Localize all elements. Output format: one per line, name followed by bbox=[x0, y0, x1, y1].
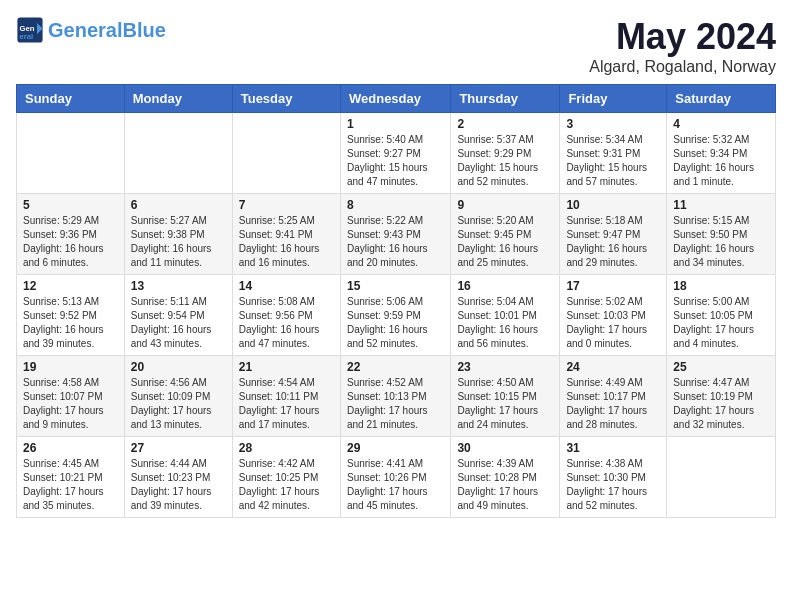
day-info: Sunrise: 4:39 AM Sunset: 10:28 PM Daylig… bbox=[457, 457, 553, 513]
day-number: 3 bbox=[566, 117, 660, 131]
calendar-cell: 24Sunrise: 4:49 AM Sunset: 10:17 PM Dayl… bbox=[560, 356, 667, 437]
calendar-week-row: 5Sunrise: 5:29 AM Sunset: 9:36 PM Daylig… bbox=[17, 194, 776, 275]
day-info: Sunrise: 5:25 AM Sunset: 9:41 PM Dayligh… bbox=[239, 214, 334, 270]
calendar-cell: 13Sunrise: 5:11 AM Sunset: 9:54 PM Dayli… bbox=[124, 275, 232, 356]
day-number: 24 bbox=[566, 360, 660, 374]
calendar-week-row: 19Sunrise: 4:58 AM Sunset: 10:07 PM Dayl… bbox=[17, 356, 776, 437]
calendar-cell: 18Sunrise: 5:00 AM Sunset: 10:05 PM Dayl… bbox=[667, 275, 776, 356]
calendar-week-row: 12Sunrise: 5:13 AM Sunset: 9:52 PM Dayli… bbox=[17, 275, 776, 356]
calendar-table: SundayMondayTuesdayWednesdayThursdayFrid… bbox=[16, 84, 776, 518]
day-number: 31 bbox=[566, 441, 660, 455]
day-info: Sunrise: 5:13 AM Sunset: 9:52 PM Dayligh… bbox=[23, 295, 118, 351]
calendar-cell: 11Sunrise: 5:15 AM Sunset: 9:50 PM Dayli… bbox=[667, 194, 776, 275]
day-info: Sunrise: 5:00 AM Sunset: 10:05 PM Daylig… bbox=[673, 295, 769, 351]
header: Gen eral GeneralBlue May 2024 Algard, Ro… bbox=[16, 16, 776, 76]
day-info: Sunrise: 5:22 AM Sunset: 9:43 PM Dayligh… bbox=[347, 214, 444, 270]
calendar-cell bbox=[667, 437, 776, 518]
calendar-cell: 3Sunrise: 5:34 AM Sunset: 9:31 PM Daylig… bbox=[560, 113, 667, 194]
day-number: 27 bbox=[131, 441, 226, 455]
subtitle: Algard, Rogaland, Norway bbox=[589, 58, 776, 76]
day-info: Sunrise: 5:32 AM Sunset: 9:34 PM Dayligh… bbox=[673, 133, 769, 189]
day-number: 25 bbox=[673, 360, 769, 374]
calendar-cell: 29Sunrise: 4:41 AM Sunset: 10:26 PM Dayl… bbox=[340, 437, 450, 518]
calendar-cell: 7Sunrise: 5:25 AM Sunset: 9:41 PM Daylig… bbox=[232, 194, 340, 275]
calendar-week-row: 26Sunrise: 4:45 AM Sunset: 10:21 PM Dayl… bbox=[17, 437, 776, 518]
day-number: 30 bbox=[457, 441, 553, 455]
calendar-cell: 30Sunrise: 4:39 AM Sunset: 10:28 PM Dayl… bbox=[451, 437, 560, 518]
weekday-header-wednesday: Wednesday bbox=[340, 85, 450, 113]
calendar-cell: 8Sunrise: 5:22 AM Sunset: 9:43 PM Daylig… bbox=[340, 194, 450, 275]
calendar-cell: 23Sunrise: 4:50 AM Sunset: 10:15 PM Dayl… bbox=[451, 356, 560, 437]
day-number: 28 bbox=[239, 441, 334, 455]
weekday-header-thursday: Thursday bbox=[451, 85, 560, 113]
day-number: 12 bbox=[23, 279, 118, 293]
day-info: Sunrise: 4:58 AM Sunset: 10:07 PM Daylig… bbox=[23, 376, 118, 432]
svg-text:eral: eral bbox=[20, 32, 34, 41]
calendar-cell: 31Sunrise: 4:38 AM Sunset: 10:30 PM Dayl… bbox=[560, 437, 667, 518]
calendar-cell: 20Sunrise: 4:56 AM Sunset: 10:09 PM Dayl… bbox=[124, 356, 232, 437]
day-number: 5 bbox=[23, 198, 118, 212]
day-number: 29 bbox=[347, 441, 444, 455]
day-info: Sunrise: 4:56 AM Sunset: 10:09 PM Daylig… bbox=[131, 376, 226, 432]
day-info: Sunrise: 5:37 AM Sunset: 9:29 PM Dayligh… bbox=[457, 133, 553, 189]
weekday-header-row: SundayMondayTuesdayWednesdayThursdayFrid… bbox=[17, 85, 776, 113]
calendar-cell: 22Sunrise: 4:52 AM Sunset: 10:13 PM Dayl… bbox=[340, 356, 450, 437]
calendar-cell bbox=[17, 113, 125, 194]
day-info: Sunrise: 5:06 AM Sunset: 9:59 PM Dayligh… bbox=[347, 295, 444, 351]
day-number: 9 bbox=[457, 198, 553, 212]
calendar-cell: 9Sunrise: 5:20 AM Sunset: 9:45 PM Daylig… bbox=[451, 194, 560, 275]
day-info: Sunrise: 4:49 AM Sunset: 10:17 PM Daylig… bbox=[566, 376, 660, 432]
day-info: Sunrise: 5:40 AM Sunset: 9:27 PM Dayligh… bbox=[347, 133, 444, 189]
weekday-header-friday: Friday bbox=[560, 85, 667, 113]
day-number: 15 bbox=[347, 279, 444, 293]
main-title: May 2024 bbox=[589, 16, 776, 58]
day-number: 19 bbox=[23, 360, 118, 374]
calendar-cell: 15Sunrise: 5:06 AM Sunset: 9:59 PM Dayli… bbox=[340, 275, 450, 356]
calendar-cell: 14Sunrise: 5:08 AM Sunset: 9:56 PM Dayli… bbox=[232, 275, 340, 356]
calendar-cell: 28Sunrise: 4:42 AM Sunset: 10:25 PM Dayl… bbox=[232, 437, 340, 518]
day-info: Sunrise: 4:44 AM Sunset: 10:23 PM Daylig… bbox=[131, 457, 226, 513]
day-info: Sunrise: 5:11 AM Sunset: 9:54 PM Dayligh… bbox=[131, 295, 226, 351]
day-info: Sunrise: 5:29 AM Sunset: 9:36 PM Dayligh… bbox=[23, 214, 118, 270]
day-number: 13 bbox=[131, 279, 226, 293]
weekday-header-monday: Monday bbox=[124, 85, 232, 113]
calendar-cell: 10Sunrise: 5:18 AM Sunset: 9:47 PM Dayli… bbox=[560, 194, 667, 275]
day-number: 23 bbox=[457, 360, 553, 374]
day-info: Sunrise: 5:27 AM Sunset: 9:38 PM Dayligh… bbox=[131, 214, 226, 270]
calendar-cell bbox=[232, 113, 340, 194]
day-info: Sunrise: 4:41 AM Sunset: 10:26 PM Daylig… bbox=[347, 457, 444, 513]
day-number: 26 bbox=[23, 441, 118, 455]
day-number: 6 bbox=[131, 198, 226, 212]
day-number: 16 bbox=[457, 279, 553, 293]
calendar-cell: 12Sunrise: 5:13 AM Sunset: 9:52 PM Dayli… bbox=[17, 275, 125, 356]
day-info: Sunrise: 4:50 AM Sunset: 10:15 PM Daylig… bbox=[457, 376, 553, 432]
weekday-header-tuesday: Tuesday bbox=[232, 85, 340, 113]
day-number: 20 bbox=[131, 360, 226, 374]
logo-general: General bbox=[48, 19, 122, 41]
title-area: May 2024 Algard, Rogaland, Norway bbox=[589, 16, 776, 76]
day-info: Sunrise: 4:45 AM Sunset: 10:21 PM Daylig… bbox=[23, 457, 118, 513]
day-number: 2 bbox=[457, 117, 553, 131]
day-info: Sunrise: 4:38 AM Sunset: 10:30 PM Daylig… bbox=[566, 457, 660, 513]
day-number: 18 bbox=[673, 279, 769, 293]
day-number: 7 bbox=[239, 198, 334, 212]
calendar-cell: 5Sunrise: 5:29 AM Sunset: 9:36 PM Daylig… bbox=[17, 194, 125, 275]
logo-blue: Blue bbox=[122, 19, 165, 41]
calendar-cell: 2Sunrise: 5:37 AM Sunset: 9:29 PM Daylig… bbox=[451, 113, 560, 194]
day-info: Sunrise: 5:04 AM Sunset: 10:01 PM Daylig… bbox=[457, 295, 553, 351]
weekday-header-sunday: Sunday bbox=[17, 85, 125, 113]
calendar-cell: 6Sunrise: 5:27 AM Sunset: 9:38 PM Daylig… bbox=[124, 194, 232, 275]
calendar-cell bbox=[124, 113, 232, 194]
logo-text: GeneralBlue bbox=[48, 20, 166, 40]
day-number: 1 bbox=[347, 117, 444, 131]
day-number: 10 bbox=[566, 198, 660, 212]
day-info: Sunrise: 4:47 AM Sunset: 10:19 PM Daylig… bbox=[673, 376, 769, 432]
day-info: Sunrise: 4:52 AM Sunset: 10:13 PM Daylig… bbox=[347, 376, 444, 432]
day-number: 8 bbox=[347, 198, 444, 212]
day-number: 11 bbox=[673, 198, 769, 212]
calendar-week-row: 1Sunrise: 5:40 AM Sunset: 9:27 PM Daylig… bbox=[17, 113, 776, 194]
weekday-header-saturday: Saturday bbox=[667, 85, 776, 113]
day-info: Sunrise: 4:42 AM Sunset: 10:25 PM Daylig… bbox=[239, 457, 334, 513]
day-info: Sunrise: 4:54 AM Sunset: 10:11 PM Daylig… bbox=[239, 376, 334, 432]
day-number: 14 bbox=[239, 279, 334, 293]
